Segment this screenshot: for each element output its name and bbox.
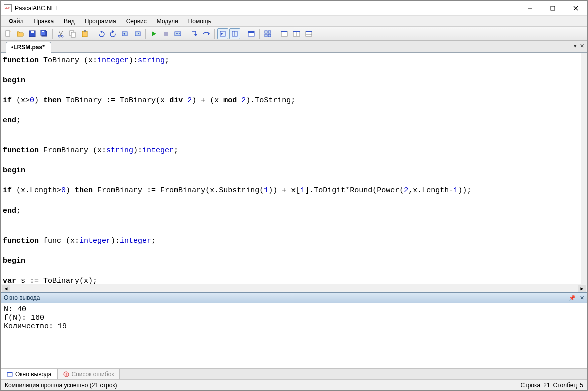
svg-rect-46 <box>293 31 300 32</box>
step-into-icon[interactable] <box>189 28 200 39</box>
svg-rect-10 <box>42 31 44 32</box>
menu-edit[interactable]: Правка <box>30 17 58 26</box>
run-icon[interactable] <box>148 28 159 39</box>
status-message: Компиляция прошла успешно (21 строк) <box>5 382 117 389</box>
svg-rect-42 <box>268 34 271 37</box>
menu-file[interactable]: Файл <box>5 17 28 26</box>
output-panel[interactable]: N: 40 f(N): 160 Количество: 19 <box>1 303 587 368</box>
panel-pin-icon[interactable]: 📌 <box>569 295 576 301</box>
svg-rect-44 <box>281 31 287 32</box>
file-tab-active[interactable]: •LRSM.pas* <box>6 42 51 53</box>
compile-icon[interactable] <box>172 28 183 39</box>
svg-marker-5 <box>10 31 11 32</box>
status-line-value: 21 <box>543 382 550 389</box>
status-col-value: 5 <box>580 382 583 389</box>
svg-point-30 <box>179 33 180 34</box>
svg-marker-31 <box>194 34 197 36</box>
status-line-label: Строка <box>521 382 541 389</box>
form-icon[interactable] <box>246 28 257 39</box>
svg-marker-32 <box>208 32 210 35</box>
minimize-button[interactable] <box>518 1 541 16</box>
svg-rect-49 <box>306 31 312 32</box>
svg-rect-1 <box>551 6 555 10</box>
menu-program[interactable]: Программа <box>81 17 120 26</box>
paste-icon[interactable] <box>79 28 90 39</box>
new-file-icon[interactable] <box>3 28 14 39</box>
bottom-tab-errors-label: Список ошибок <box>72 371 114 378</box>
menu-view[interactable]: Вид <box>60 17 79 26</box>
output-tab-icon <box>6 371 13 378</box>
svg-rect-7 <box>31 31 34 33</box>
output-panel-title: Окно вывода <box>4 294 40 301</box>
scroll-right-icon[interactable]: ► <box>578 285 586 292</box>
svg-point-28 <box>176 33 177 34</box>
svg-rect-18 <box>84 30 86 32</box>
nav-back-icon[interactable] <box>120 28 131 39</box>
statusbar: Компиляция прошла успешно (21 строк) Стр… <box>1 379 587 390</box>
panel-close-icon[interactable]: ✕ <box>580 295 584 301</box>
window-title: PascalABC.NET <box>15 5 518 12</box>
grid-icon[interactable] <box>262 28 273 39</box>
tab-close-icon[interactable]: ✕ <box>580 43 584 49</box>
svg-rect-41 <box>265 34 267 37</box>
output-panel-header: Окно вывода 📌 ✕ <box>1 292 587 303</box>
svg-rect-40 <box>268 31 271 33</box>
svg-rect-38 <box>248 31 254 33</box>
svg-marker-20 <box>112 30 114 33</box>
bottom-tab-output-label: Окно вывода <box>15 371 52 378</box>
close-button[interactable] <box>564 1 587 16</box>
status-col-label: Столбец <box>553 382 577 389</box>
errors-tab-icon: ! <box>63 371 70 378</box>
svg-rect-52 <box>7 372 12 373</box>
bottom-tab-output[interactable]: Окно вывода <box>1 369 57 379</box>
toolbar <box>1 27 587 41</box>
app-icon: AB <box>4 4 12 12</box>
cut-icon[interactable] <box>55 28 66 39</box>
copy-icon[interactable] <box>67 28 78 39</box>
stop-icon[interactable] <box>160 28 171 39</box>
file-tabs: •LRSM.pas* ▾ ✕ <box>1 41 587 53</box>
step-over-icon[interactable] <box>201 28 212 39</box>
window2-icon[interactable] <box>291 28 302 39</box>
svg-marker-19 <box>100 30 102 33</box>
svg-marker-34 <box>221 33 223 35</box>
scroll-left-icon[interactable]: ◄ <box>2 285 10 292</box>
svg-point-29 <box>177 33 178 34</box>
open-file-icon[interactable] <box>15 28 26 39</box>
window1-icon[interactable] <box>279 28 290 39</box>
save-icon[interactable] <box>27 28 38 39</box>
view-mode2-icon[interactable] <box>229 28 240 39</box>
nav-forward-icon[interactable] <box>132 28 143 39</box>
view-mode1-icon[interactable] <box>217 28 228 39</box>
svg-rect-17 <box>82 31 87 37</box>
svg-rect-26 <box>164 32 168 36</box>
window3-icon[interactable] <box>303 28 314 39</box>
maximize-button[interactable] <box>541 1 564 16</box>
menu-help[interactable]: Помощь <box>184 17 215 26</box>
code-editor[interactable]: function ToBinary (x:integer):string; be… <box>1 53 587 284</box>
bottom-tab-errors[interactable]: ! Список ошибок <box>57 369 120 379</box>
horizontal-scrollbar[interactable]: ◄ ► <box>1 284 587 292</box>
bottom-tabs: Окно вывода ! Список ошибок <box>1 368 587 379</box>
save-all-icon[interactable] <box>39 28 50 39</box>
titlebar: AB PascalABC.NET <box>1 1 587 16</box>
menubar: Файл Правка Вид Программа Сервис Модули … <box>1 16 587 27</box>
redo-icon[interactable] <box>108 28 119 39</box>
svg-marker-25 <box>152 31 156 36</box>
editor-wrap: function ToBinary (x:integer):string; be… <box>1 53 587 292</box>
svg-rect-39 <box>265 31 267 33</box>
menu-modules[interactable]: Модули <box>153 17 182 26</box>
tab-dropdown-icon[interactable]: ▾ <box>574 43 577 49</box>
undo-icon[interactable] <box>96 28 107 39</box>
svg-rect-16 <box>71 32 75 37</box>
menu-service[interactable]: Сервис <box>122 17 151 26</box>
svg-rect-4 <box>6 31 10 36</box>
svg-text:!: ! <box>65 372 66 377</box>
